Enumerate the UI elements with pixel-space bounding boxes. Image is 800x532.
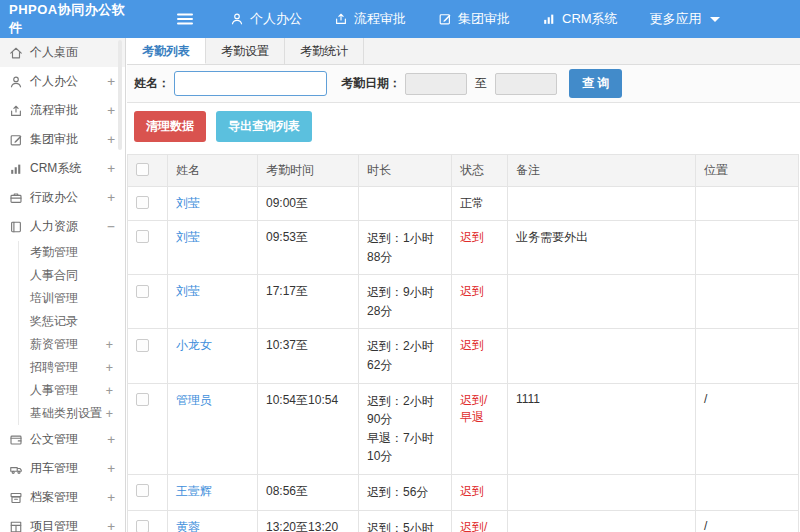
note-cell: 业务需要外出 bbox=[508, 221, 696, 275]
employee-name-link[interactable]: 刘莹 bbox=[176, 284, 200, 298]
sidebar-item-11[interactable]: 项目管理 + bbox=[0, 512, 125, 532]
name-cell: 刘莹 bbox=[168, 187, 258, 221]
top-bar: PHPOA协同办公软件 个人办公 流程审批 集团审批 CRM系统更多应用 bbox=[0, 0, 800, 38]
topnav-label: CRM系统 bbox=[562, 10, 618, 28]
sidebar-scrollbar[interactable] bbox=[118, 40, 122, 150]
expand-indicator: + bbox=[107, 161, 115, 176]
doc-icon bbox=[9, 433, 23, 447]
status-cell: 迟到 bbox=[452, 221, 508, 275]
topnav-label: 更多应用 bbox=[650, 10, 702, 28]
name-cell: 小龙女 bbox=[168, 329, 258, 383]
employee-name-link[interactable]: 刘莹 bbox=[176, 230, 200, 244]
sidebar-item-7[interactable]: 人力资源 − bbox=[0, 212, 125, 241]
time-cell: 09:00至 bbox=[258, 187, 359, 221]
sidebar-item-9[interactable]: 用车管理 + bbox=[0, 454, 125, 483]
sidebar-subitem-label: 考勤管理 bbox=[30, 244, 78, 261]
sidebar-item-label: 个人办公 bbox=[30, 73, 78, 90]
topnav-item-4[interactable]: CRM系统 bbox=[526, 0, 634, 38]
sidebar-item-10[interactable]: 档案管理 + bbox=[0, 483, 125, 512]
time-cell: 08:56至 bbox=[258, 474, 359, 510]
expand-indicator: + bbox=[107, 190, 115, 205]
date-from-input[interactable] bbox=[405, 73, 467, 95]
share-icon bbox=[9, 104, 23, 118]
topnav-item-3[interactable]: 集团审批 bbox=[422, 0, 526, 38]
chart-icon bbox=[9, 162, 23, 176]
sidebar-subitem-5[interactable]: 薪资管理 + bbox=[19, 333, 125, 356]
employee-name-link[interactable]: 刘莹 bbox=[176, 196, 200, 210]
tab-2[interactable]: 考勤设置 bbox=[206, 38, 285, 64]
sidebar-subitem-2[interactable]: 人事合同 bbox=[19, 264, 125, 287]
sidebar-item-label: 用车管理 bbox=[30, 460, 78, 477]
sidebar-subitem-label: 人事管理 bbox=[30, 382, 78, 399]
duration-line: 迟到：1小时88分 bbox=[367, 229, 443, 266]
sidebar-subitem-7[interactable]: 人事管理 + bbox=[19, 379, 125, 402]
location-cell: / bbox=[696, 383, 799, 474]
duration-line: 早退：7小时10分 bbox=[367, 429, 443, 466]
column-header-6: 位置 bbox=[696, 155, 799, 187]
sidebar-item-label: 个人桌面 bbox=[30, 44, 78, 61]
topnav-item-1[interactable]: 个人办公 bbox=[214, 0, 318, 38]
export-list-button[interactable]: 导出查询列表 bbox=[216, 111, 312, 142]
employee-name-link[interactable]: 小龙女 bbox=[176, 338, 212, 352]
tab-3[interactable]: 考勤统计 bbox=[285, 38, 364, 64]
status-cell: 迟到 bbox=[452, 474, 508, 510]
row-checkbox[interactable] bbox=[136, 230, 149, 243]
date-to-label: 至 bbox=[475, 75, 487, 92]
column-header-3: 时长 bbox=[359, 155, 452, 187]
briefcase-icon bbox=[9, 191, 23, 205]
row-checkbox[interactable] bbox=[136, 520, 149, 532]
expand-indicator: + bbox=[106, 384, 113, 398]
location-cell bbox=[696, 474, 799, 510]
sidebar-item-3[interactable]: 流程审批 + bbox=[0, 96, 125, 125]
expand-indicator: + bbox=[107, 519, 115, 532]
sidebar-item-8[interactable]: 公文管理 + bbox=[0, 425, 125, 454]
query-button[interactable]: 查 询 bbox=[569, 69, 622, 98]
main-content: 考勤列表考勤设置考勤统计 姓名： 考勤日期： 至 查 询 清理数据 导出查询列表… bbox=[127, 38, 800, 532]
location-cell bbox=[696, 329, 799, 383]
select-all-checkbox[interactable] bbox=[136, 163, 149, 176]
sidebar-subitem-6[interactable]: 招聘管理 + bbox=[19, 356, 125, 379]
sidebar-subitem-label: 招聘管理 bbox=[30, 359, 78, 376]
row-checkbox[interactable] bbox=[136, 285, 149, 298]
sidebar-item-6[interactable]: 行政办公 + bbox=[0, 183, 125, 212]
time-cell: 10:54至10:54 bbox=[258, 383, 359, 474]
date-to-input[interactable] bbox=[495, 73, 557, 95]
topnav-item-5[interactable]: 更多应用 bbox=[634, 0, 736, 38]
table-row: 小龙女 10:37至 迟到：2小时62分 迟到 bbox=[128, 329, 799, 383]
expand-indicator: − bbox=[107, 219, 115, 234]
row-checkbox[interactable] bbox=[136, 339, 149, 352]
sidebar-subitem-3[interactable]: 培训管理 bbox=[19, 287, 125, 310]
row-select-cell bbox=[128, 510, 168, 532]
hamburger-menu-icon[interactable] bbox=[174, 8, 196, 30]
sidebar-item-5[interactable]: CRM系统 + bbox=[0, 154, 125, 183]
note-cell: 1111 bbox=[508, 383, 696, 474]
sidebar-submenu: 考勤管理 人事合同 培训管理 奖惩记录 薪资管理 +招聘管理 +人事管理 +基础… bbox=[18, 241, 125, 425]
employee-name-link[interactable]: 王壹辉 bbox=[176, 484, 212, 498]
row-checkbox[interactable] bbox=[136, 484, 149, 497]
name-cell: 管理员 bbox=[168, 383, 258, 474]
row-checkbox[interactable] bbox=[136, 393, 149, 406]
sidebar-item-4[interactable]: 集团审批 + bbox=[0, 125, 125, 154]
topnav-item-2[interactable]: 流程审批 bbox=[318, 0, 422, 38]
location-cell bbox=[696, 187, 799, 221]
sidebar-subitem-1[interactable]: 考勤管理 bbox=[19, 241, 125, 264]
status-cell: 迟到 bbox=[452, 275, 508, 329]
chevron-down-icon bbox=[710, 17, 720, 22]
tab-1[interactable]: 考勤列表 bbox=[127, 38, 206, 64]
sidebar-item-2[interactable]: 个人办公 + bbox=[0, 67, 125, 96]
table-row: 刘莹 17:17至 迟到：9小时28分 迟到 bbox=[128, 275, 799, 329]
name-filter-input[interactable] bbox=[174, 71, 327, 96]
table-row: 刘莹 09:53至 迟到：1小时88分 迟到 业务需要外出 bbox=[128, 221, 799, 275]
employee-name-link[interactable]: 管理员 bbox=[176, 393, 212, 407]
sidebar-subitem-label: 培训管理 bbox=[30, 290, 78, 307]
sidebar-subitem-8[interactable]: 基础类别设置 + bbox=[19, 402, 125, 425]
sidebar-item-label: CRM系统 bbox=[30, 160, 81, 177]
employee-name-link[interactable]: 黄蓉 bbox=[176, 520, 200, 532]
column-header-1: 姓名 bbox=[168, 155, 258, 187]
sidebar-item-1[interactable]: 个人桌面 bbox=[0, 38, 125, 67]
row-checkbox[interactable] bbox=[136, 196, 149, 209]
expand-indicator: + bbox=[107, 103, 115, 118]
clean-data-button[interactable]: 清理数据 bbox=[134, 111, 206, 142]
car-icon bbox=[9, 462, 23, 476]
sidebar-subitem-4[interactable]: 奖惩记录 bbox=[19, 310, 125, 333]
